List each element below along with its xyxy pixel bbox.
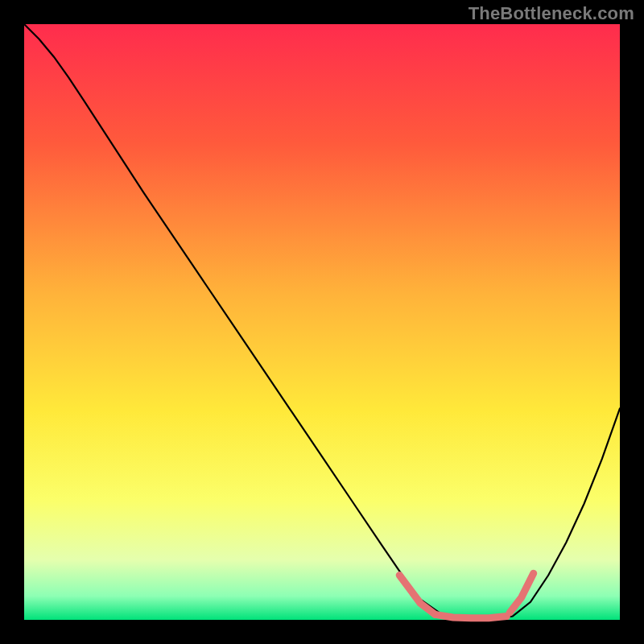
attribution-text: TheBottleneck.com	[469, 3, 634, 24]
bottleneck-chart	[0, 0, 644, 644]
chart-background	[24, 24, 620, 620]
valley-highlight-seg-1	[436, 614, 507, 617]
chart-container: { "attribution": "TheBottleneck.com", "c…	[0, 0, 644, 644]
